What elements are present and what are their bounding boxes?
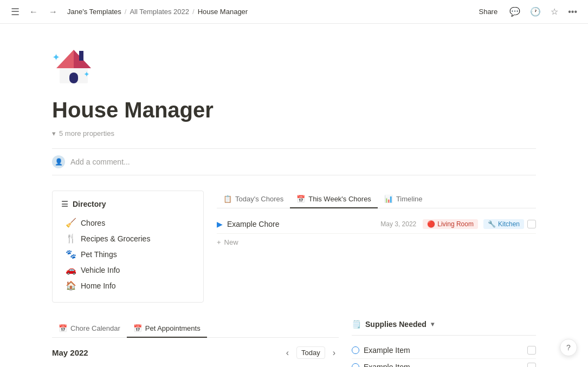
chores-emoji: 🧹 — [66, 218, 76, 228]
plus-icon: + — [217, 238, 221, 246]
tab-weeks-chores[interactable]: 📅 This Week's Chores — [290, 191, 378, 208]
comment-bar: 👤 Add a comment... — [52, 148, 536, 175]
back-button[interactable]: ← — [27, 6, 40, 18]
supplies-header: 🗒️ Supplies Needed ▾ — [352, 320, 536, 336]
chore-cal-label: Chore Calendar — [70, 324, 120, 332]
directory-panel: ☰ Directory 🧹 Chores 🍴 Recipes & Groceri… — [52, 191, 204, 303]
help-button[interactable]: ? — [560, 339, 577, 356]
comment-icon[interactable]: 💬 — [507, 4, 522, 19]
sep-1: / — [125, 8, 127, 16]
directory-item-recipes[interactable]: 🍴 Recipes & Groceries — [61, 231, 195, 246]
recipes-emoji: 🍴 — [66, 233, 76, 244]
breadcrumb-2[interactable]: All Templates 2022 — [130, 8, 189, 16]
supply-check-1[interactable] — [527, 346, 536, 355]
supply-radio-2[interactable] — [352, 363, 359, 367]
properties-toggle[interactable]: ▾ 5 more properties — [52, 129, 536, 137]
supply-name-1: Example Item — [364, 346, 523, 355]
calendar-tabs: 📅 Chore Calendar 📅 Pet Appointments — [52, 320, 339, 338]
directory-header: ☰ Directory — [61, 200, 195, 208]
topbar: ☰ ← → Jane's Templates / All Templates 2… — [0, 0, 588, 24]
sep-2: / — [192, 8, 195, 16]
content-grid: ☰ Directory 🧹 Chores 🍴 Recipes & Groceri… — [52, 191, 536, 303]
house-icon: ✦ ✦ — [52, 45, 536, 90]
directory-item-label: Vehicle Info — [81, 266, 120, 274]
vehicle-emoji: 🚗 — [66, 265, 76, 275]
avatar: 👤 — [52, 155, 65, 168]
today-button[interactable]: Today — [296, 346, 325, 359]
home-emoji: 🏠 — [66, 280, 76, 291]
chore-tag-living: 🔴 Living Room — [423, 219, 478, 229]
supplies-icon: 🗒️ — [352, 320, 361, 329]
tab-timeline[interactable]: 📊 Timeline — [378, 191, 429, 208]
chore-cal-icon: 📅 — [59, 324, 67, 332]
page-title: House Manager — [52, 97, 536, 123]
weeks-icon: 📅 — [296, 195, 305, 203]
todays-icon: 📋 — [223, 195, 232, 203]
chore-tag-kitchen: 🔧 Kitchen — [483, 219, 524, 229]
calendar-panel: 📅 Chore Calendar 📅 Pet Appointments May … — [52, 320, 339, 367]
supply-name-2: Example Item — [364, 363, 523, 367]
topbar-left: ☰ ← → Jane's Templates / All Templates 2… — [9, 4, 248, 20]
directory-item-label: Home Info — [81, 281, 116, 290]
forward-button[interactable]: → — [47, 6, 60, 18]
supply-radio-1[interactable] — [352, 346, 359, 354]
directory-title: Directory — [73, 200, 106, 208]
properties-label: 5 more properties — [59, 129, 114, 137]
directory-item-pets[interactable]: 🐾 Pet Things — [61, 246, 195, 262]
supply-item-1: Example Item — [352, 342, 536, 359]
tab-chore-calendar[interactable]: 📅 Chore Calendar — [52, 320, 127, 338]
breadcrumb-1[interactable]: Jane's Templates — [67, 8, 121, 16]
directory-item-chores[interactable]: 🧹 Chores — [61, 215, 195, 231]
supplies-title: Supplies Needed — [365, 320, 427, 329]
history-icon[interactable]: 🕐 — [528, 4, 543, 19]
directory-item-label: Chores — [81, 219, 105, 227]
chore-date: May 3, 2022 — [380, 220, 416, 228]
svg-rect-3 — [79, 51, 83, 61]
chores-panel: 📋 Today's Chores 📅 This Week's Chores 📊 … — [217, 191, 536, 303]
calendar-nav: ‹ Today › — [283, 346, 339, 359]
list-icon: ☰ — [61, 200, 68, 208]
supplies-caret-icon[interactable]: ▾ — [431, 320, 434, 328]
bottom-grid: 📅 Chore Calendar 📅 Pet Appointments May … — [52, 320, 536, 367]
pet-apt-label: Pet Appointments — [145, 324, 201, 332]
new-chore-row[interactable]: + New — [217, 234, 536, 251]
pet-apt-icon: 📅 — [133, 324, 142, 332]
tab-weeks-label: This Week's Chores — [308, 195, 371, 203]
chore-name[interactable]: Example Chore — [227, 220, 380, 228]
cal-next-button[interactable]: › — [329, 347, 339, 359]
calendar-month: May 2022 — [52, 348, 88, 357]
star-icon[interactable]: ☆ — [548, 4, 560, 19]
more-icon[interactable]: ••• — [566, 5, 579, 19]
pets-emoji: 🐾 — [66, 249, 76, 259]
timeline-icon: 📊 — [384, 195, 393, 203]
svg-text:✦: ✦ — [52, 52, 60, 63]
tab-todays-chores[interactable]: 📋 Today's Chores — [217, 191, 290, 208]
directory-item-vehicle[interactable]: 🚗 Vehicle Info — [61, 262, 195, 278]
breadcrumb-3: House Manager — [198, 8, 248, 16]
supplies-panel: 🗒️ Supplies Needed ▾ Example Item Exampl… — [352, 320, 536, 367]
calendar-header: May 2022 ‹ Today › — [52, 346, 339, 359]
chore-arrow-icon: ▶ — [217, 220, 223, 228]
share-button[interactable]: Share — [474, 5, 502, 18]
tab-timeline-label: Timeline — [396, 195, 423, 203]
chore-row: ▶ Example Chore May 3, 2022 🔴 Living Roo… — [217, 215, 536, 234]
chore-checkbox[interactable] — [527, 220, 536, 228]
directory-item-label: Recipes & Groceries — [81, 234, 150, 243]
nav-buttons: ← → — [27, 6, 60, 18]
comment-input[interactable]: Add a comment... — [70, 158, 130, 166]
directory-item-home[interactable]: 🏠 Home Info — [61, 278, 195, 293]
main-content: ✦ ✦ House Manager ▾ 5 more properties 👤 … — [0, 24, 588, 367]
chevron-down-icon: ▾ — [52, 129, 56, 137]
directory-item-label: Pet Things — [81, 250, 117, 259]
chores-tabs: 📋 Today's Chores 📅 This Week's Chores 📊 … — [217, 191, 536, 208]
new-chore-label: New — [224, 238, 238, 246]
svg-text:✦: ✦ — [83, 70, 90, 78]
supply-item-2: Example Item — [352, 359, 536, 367]
tab-todays-label: Today's Chores — [235, 195, 283, 203]
cal-prev-button[interactable]: ‹ — [283, 347, 292, 359]
menu-button[interactable]: ☰ — [9, 4, 22, 20]
supply-check-2[interactable] — [527, 363, 536, 367]
svg-rect-4 — [69, 73, 78, 83]
topbar-right: Share 💬 🕐 ☆ ••• — [474, 4, 579, 19]
tab-pet-appointments[interactable]: 📅 Pet Appointments — [127, 320, 207, 338]
